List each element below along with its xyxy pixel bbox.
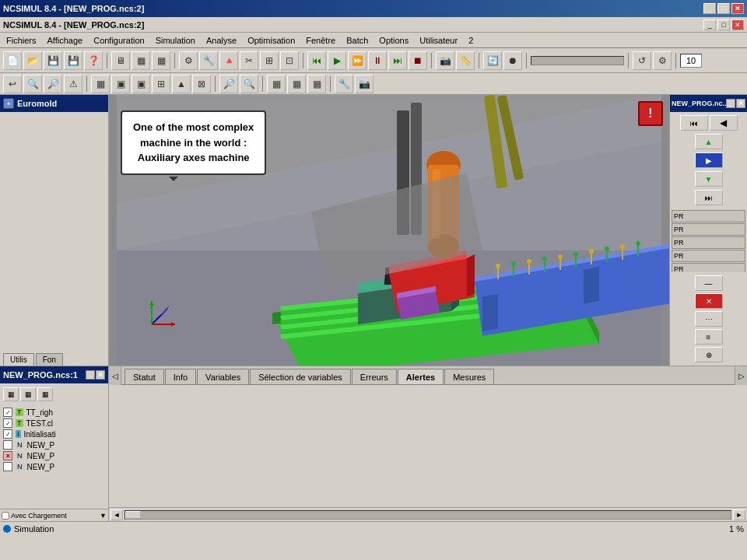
file-item-4[interactable]: ✕ N NEW_P <box>2 450 107 461</box>
file-cb-5[interactable] <box>3 462 12 471</box>
close-button[interactable]: ✕ <box>731 3 744 14</box>
tab-fon[interactable]: Fon <box>36 353 63 366</box>
rotate-button[interactable]: 🔄 <box>483 51 502 70</box>
tool2-button[interactable]: 🔧 <box>199 51 218 70</box>
nav-last[interactable]: ⏭ <box>695 190 723 205</box>
rlist-item-0[interactable]: PR <box>672 210 745 222</box>
rp-close[interactable]: ✕ <box>736 99 745 108</box>
save-button[interactable]: 💾 <box>44 51 62 70</box>
tool3-button[interactable]: 🔺 <box>219 51 238 70</box>
option1-button[interactable]: ↺ <box>633 51 651 70</box>
tool4-button[interactable]: ✂ <box>240 51 258 70</box>
cube-btn[interactable]: ▣ <box>111 75 130 93</box>
dial-button[interactable]: ⏺ <box>503 51 522 70</box>
menu-fichiers[interactable]: Fichiers <box>2 34 41 47</box>
save-all-button[interactable]: 💾 <box>64 51 82 70</box>
option2-button[interactable]: ⚙ <box>653 51 672 70</box>
side-btn-x[interactable]: ✕ <box>695 293 723 309</box>
step-button[interactable]: ⏩ <box>348 51 366 70</box>
zoom-btn[interactable]: 🔍 <box>23 75 42 93</box>
tab-erreurs[interactable]: Erreurs <box>352 369 397 384</box>
tab-mesures[interactable]: Mesures <box>444 369 494 384</box>
pause-button[interactable]: ⏸ <box>368 51 387 70</box>
cols2-btn[interactable]: ▦ <box>287 75 306 93</box>
file-cb-4[interactable]: ✕ <box>3 451 12 460</box>
rlist-item-4[interactable]: PR <box>672 263 745 272</box>
tab-left-arrow[interactable]: ◁ <box>112 372 118 380</box>
file-item-3[interactable]: N NEW_P <box>2 439 107 450</box>
warn-btn[interactable]: ⚠ <box>64 75 82 93</box>
viewport[interactable]: One of the most complex machine in the w… <box>109 95 669 366</box>
rlist-item-1[interactable]: PR <box>672 223 745 236</box>
file-cb-2[interactable] <box>3 429 12 439</box>
cube2-btn[interactable]: ▣ <box>132 75 150 93</box>
grid-button[interactable]: ▦ <box>132 51 150 70</box>
side-btn-3[interactable]: ⊕ <box>695 347 723 362</box>
file-tb-3[interactable]: ▦ <box>37 387 53 401</box>
menu-analyse[interactable]: Analyse <box>202 34 241 47</box>
sub-restore[interactable]: □ <box>717 19 730 30</box>
file-item-5[interactable]: N NEW_P <box>2 461 107 472</box>
tab-info[interactable]: Info <box>165 369 196 384</box>
nav-prev-small[interactable]: ◀ <box>710 115 738 131</box>
fp-minimize[interactable]: _ <box>86 370 95 380</box>
nav-first[interactable]: ⏮ <box>680 115 708 131</box>
help-button[interactable]: ❓ <box>84 51 103 70</box>
menu-options[interactable]: Options <box>374 34 413 47</box>
box2-btn[interactable]: ⊠ <box>192 75 211 93</box>
load-checkbox[interactable] <box>2 512 9 520</box>
nav-down[interactable]: ▼ <box>695 171 723 187</box>
frame-btn[interactable]: ⊞ <box>152 75 170 93</box>
side-btn-1[interactable]: ⋯ <box>695 311 723 327</box>
searchm-btn[interactable]: 🔍 <box>240 75 258 93</box>
menu-fenetre[interactable]: Fenêtre <box>301 34 340 47</box>
view-button[interactable]: 🖥 <box>111 51 130 70</box>
hscroll-thumb[interactable] <box>125 511 141 519</box>
file-item-2[interactable]: I Initialisati <box>2 429 107 439</box>
menu-utilisateur[interactable]: Utilisateur <box>415 34 462 47</box>
menu-batch[interactable]: Batch <box>342 34 373 47</box>
tab-variables[interactable]: Variables <box>197 369 249 384</box>
sub-close[interactable]: ✕ <box>731 19 744 30</box>
nav-btn[interactable]: ↩ <box>3 75 22 93</box>
tool5-button[interactable]: ⊞ <box>260 51 279 70</box>
minimize-button[interactable]: _ <box>703 3 716 14</box>
zoom2-btn[interactable]: 🔎 <box>44 75 62 93</box>
cols-btn[interactable]: ▦ <box>267 75 286 93</box>
file-cb-1[interactable] <box>3 418 12 428</box>
tab-utilis[interactable]: Utilis <box>3 353 34 366</box>
rp-minimize[interactable]: _ <box>726 99 735 108</box>
hscroll-right-btn[interactable]: ► <box>733 509 745 520</box>
menu-optimisation[interactable]: Optimisation <box>243 34 300 47</box>
menu-simulation[interactable]: Simulation <box>151 34 200 47</box>
cam2-btn[interactable]: 📷 <box>355 75 374 93</box>
stop-button[interactable]: ⏹ <box>409 51 427 70</box>
hscroll-left-btn[interactable]: ◄ <box>110 509 123 520</box>
cols3-btn[interactable]: ▦ <box>307 75 326 93</box>
tri-btn[interactable]: ▲ <box>172 75 191 93</box>
side-btn-2[interactable]: ≡ <box>695 329 723 345</box>
file-item-1[interactable]: T TEST.cl <box>2 418 107 429</box>
tab-statut[interactable]: Statut <box>124 369 164 384</box>
fp-close[interactable]: ✕ <box>96 370 105 380</box>
open-button[interactable]: 📂 <box>23 51 42 70</box>
new-button[interactable]: 📄 <box>3 51 22 70</box>
file-cb-3[interactable] <box>3 440 12 450</box>
tab-right-arrow[interactable]: ▷ <box>738 372 745 380</box>
rewind-button[interactable]: ⏮ <box>307 51 326 70</box>
rlist-item-3[interactable]: PR <box>672 250 745 262</box>
forward-button[interactable]: ⏭ <box>388 51 407 70</box>
menu-2[interactable]: 2 <box>464 34 478 47</box>
maximize-button[interactable]: □ <box>717 3 730 14</box>
file-tb-1[interactable]: ▦ <box>3 387 19 401</box>
side-btn-0[interactable]: — <box>695 275 723 291</box>
menu-affichage[interactable]: Affichage <box>43 34 88 47</box>
rlist-item-2[interactable]: PR <box>672 236 745 249</box>
nav-up[interactable]: ▲ <box>695 134 723 149</box>
camera-button[interactable]: 📷 <box>436 51 454 70</box>
tab-alertes[interactable]: Alertes <box>398 369 444 384</box>
tab-selection[interactable]: Sélection de variables <box>250 369 351 384</box>
tool1-button[interactable]: ⚙ <box>179 51 198 70</box>
sub-minimize[interactable]: _ <box>703 19 716 30</box>
file-item-0[interactable]: T TT_righ <box>2 407 107 418</box>
